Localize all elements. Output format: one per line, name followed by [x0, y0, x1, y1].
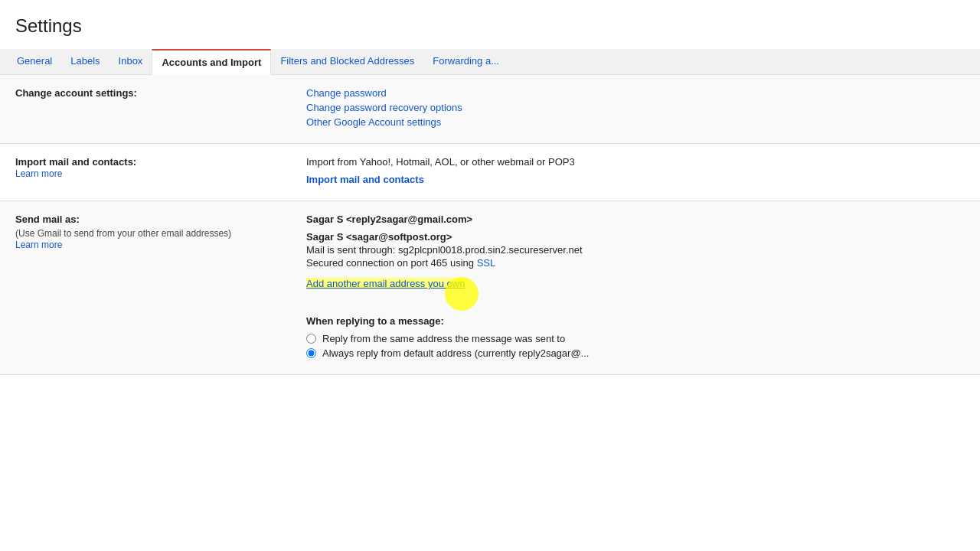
send-mail-as-title: Send mail as: — [15, 214, 291, 225]
import-mail-contacts-title: Import mail and contacts: — [15, 156, 291, 168]
change-account-settings-content: Change password Change password recovery… — [306, 87, 965, 131]
send-mail-as-label: Send mail as: (Use Gmail to send from yo… — [15, 214, 306, 362]
change-account-settings-row: Change account settings: Change password… — [0, 75, 980, 144]
tab-filters-and-blocked[interactable]: Filters and Blocked Addresses — [271, 49, 423, 74]
tab-inbox[interactable]: Inbox — [109, 49, 152, 74]
page-wrapper: Settings General Labels Inbox Accounts a… — [0, 0, 980, 551]
ssl-link[interactable]: SSL — [477, 257, 496, 269]
change-password-recovery-link[interactable]: Change password recovery options — [306, 102, 965, 113]
import-mail-contacts-label: Import mail and contacts: Learn more — [15, 156, 306, 188]
settings-content: Change account settings: Change password… — [0, 75, 980, 375]
send-mail-as-row: Send mail as: (Use Gmail to send from yo… — [0, 201, 980, 375]
tab-general[interactable]: General — [8, 49, 61, 74]
tabs-bar: General Labels Inbox Accounts and Import… — [0, 49, 980, 75]
reply-default-radio[interactable] — [306, 348, 316, 358]
tab-forwarding[interactable]: Forwarding a... — [423, 49, 508, 74]
import-learn-more-link[interactable]: Learn more — [15, 168, 62, 179]
reply-same-option: Reply from the same address the message … — [306, 333, 965, 344]
reply-default-option: Always reply from default address (curre… — [306, 347, 965, 359]
import-mail-contacts-content: Import from Yahoo!, Hotmail, AOL, or oth… — [306, 156, 965, 188]
when-replying-label: When replying to a message: — [306, 315, 965, 327]
send-mail-as-content: Sagar S <reply2sagar@gmail.com> Sagar S … — [306, 214, 965, 362]
import-mail-contacts-link[interactable]: Import mail and contacts — [306, 174, 965, 185]
reply-same-label: Reply from the same address the message … — [322, 333, 565, 344]
reply-same-radio[interactable] — [306, 334, 316, 344]
secondary-email: Sagar S <sagar@softpost.org> — [306, 231, 965, 243]
send-mail-learn-more-link[interactable]: Learn more — [15, 240, 62, 250]
page-title: Settings — [0, 0, 980, 49]
mail-sent-through: Mail is sent through: sg2plcpnl0018.prod… — [306, 244, 965, 256]
primary-email: Sagar S <reply2sagar@gmail.com> — [306, 214, 965, 225]
add-another-email-link[interactable]: Add another email address you own — [306, 278, 465, 289]
other-google-account-link[interactable]: Other Google Account settings — [306, 116, 965, 128]
send-mail-as-subtitle: (Use Gmail to send from your other email… — [15, 228, 291, 239]
tab-accounts-and-import[interactable]: Accounts and Import — [152, 49, 271, 75]
tab-labels[interactable]: Labels — [61, 49, 109, 74]
change-account-settings-label: Change account settings: — [15, 87, 306, 131]
secured-connection: Secured connection on port 465 using SSL — [306, 257, 965, 269]
import-mail-contacts-row: Import mail and contacts: Learn more Imp… — [0, 144, 980, 201]
add-email-wrapper: Add another email address you own — [306, 270, 465, 300]
reply-default-label: Always reply from default address (curre… — [322, 347, 589, 359]
change-account-settings-title: Change account settings: — [15, 87, 137, 99]
import-description: Import from Yahoo!, Hotmail, AOL, or oth… — [306, 156, 965, 168]
change-password-link[interactable]: Change password — [306, 87, 965, 99]
